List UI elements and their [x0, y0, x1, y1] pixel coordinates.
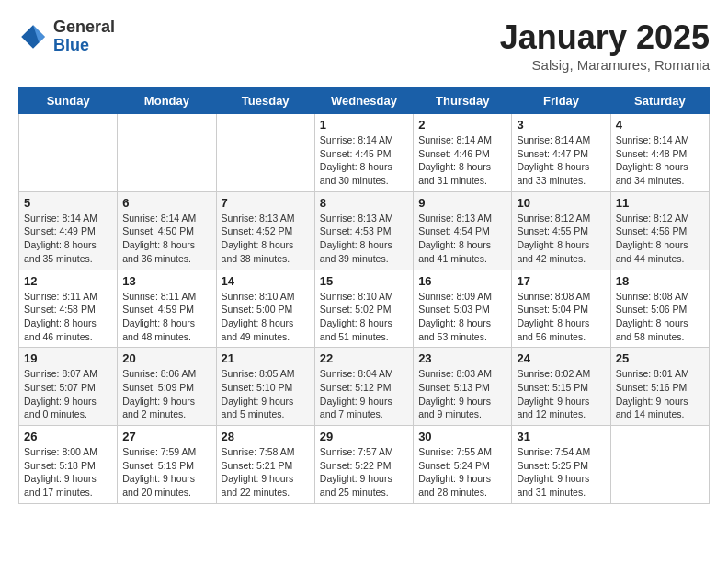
- table-row: [118, 114, 216, 192]
- table-row: 5Sunrise: 8:14 AM Sunset: 4:49 PM Daylig…: [19, 191, 118, 270]
- day-info: Sunrise: 8:14 AM Sunset: 4:47 PM Dayligh…: [517, 133, 605, 188]
- day-info: Sunrise: 8:12 AM Sunset: 4:56 PM Dayligh…: [616, 212, 704, 266]
- day-info: Sunrise: 8:14 AM Sunset: 4:45 PM Dayligh…: [320, 133, 408, 188]
- day-number: 25: [616, 351, 704, 365]
- logo: General Blue: [18, 18, 115, 55]
- day-info: Sunrise: 8:09 AM Sunset: 5:03 PM Dayligh…: [418, 290, 506, 344]
- day-number: 29: [320, 430, 408, 443]
- day-number: 20: [122, 351, 210, 365]
- day-number: 23: [418, 351, 506, 365]
- table-row: 24Sunrise: 8:02 AM Sunset: 5:15 PM Dayli…: [512, 348, 610, 426]
- table-row: 17Sunrise: 8:08 AM Sunset: 5:04 PM Dayli…: [512, 270, 610, 348]
- day-info: Sunrise: 8:08 AM Sunset: 5:06 PM Dayligh…: [616, 290, 704, 344]
- table-row: 30Sunrise: 7:55 AM Sunset: 5:24 PM Dayli…: [414, 426, 512, 504]
- page-header: General Blue January 2025 Salsig, Maramu…: [18, 18, 710, 73]
- table-row: 7Sunrise: 8:13 AM Sunset: 4:52 PM Daylig…: [216, 191, 314, 270]
- location-subtitle: Salsig, Maramures, Romania: [500, 57, 710, 73]
- day-info: Sunrise: 7:55 AM Sunset: 5:24 PM Dayligh…: [418, 445, 506, 500]
- day-number: 16: [418, 274, 506, 288]
- day-info: Sunrise: 8:12 AM Sunset: 4:55 PM Dayligh…: [517, 212, 605, 266]
- day-number: 3: [517, 118, 605, 132]
- day-info: Sunrise: 8:00 AM Sunset: 5:18 PM Dayligh…: [24, 445, 112, 500]
- day-number: 21: [222, 351, 310, 365]
- logo-blue-text: Blue: [53, 37, 115, 55]
- table-row: 18Sunrise: 8:08 AM Sunset: 5:06 PM Dayli…: [610, 270, 709, 348]
- table-row: [216, 114, 314, 192]
- month-title: January 2025: [500, 18, 710, 57]
- day-number: 19: [24, 351, 112, 365]
- day-number: 4: [616, 118, 704, 132]
- day-info: Sunrise: 8:01 AM Sunset: 5:16 PM Dayligh…: [616, 367, 704, 421]
- day-number: 5: [24, 196, 112, 210]
- day-info: Sunrise: 7:57 AM Sunset: 5:22 PM Dayligh…: [320, 445, 408, 500]
- col-thursday: Thursday: [414, 88, 512, 114]
- table-row: 6Sunrise: 8:14 AM Sunset: 4:50 PM Daylig…: [118, 191, 216, 270]
- day-info: Sunrise: 8:10 AM Sunset: 5:02 PM Dayligh…: [320, 290, 408, 344]
- table-row: 12Sunrise: 8:11 AM Sunset: 4:58 PM Dayli…: [19, 270, 118, 348]
- table-row: 29Sunrise: 7:57 AM Sunset: 5:22 PM Dayli…: [314, 426, 413, 504]
- day-info: Sunrise: 8:14 AM Sunset: 4:46 PM Dayligh…: [418, 133, 506, 188]
- day-number: 10: [517, 196, 605, 210]
- table-row: 22Sunrise: 8:04 AM Sunset: 5:12 PM Dayli…: [314, 348, 413, 426]
- day-info: Sunrise: 8:10 AM Sunset: 5:00 PM Dayligh…: [222, 290, 310, 344]
- day-number: 22: [320, 351, 408, 365]
- day-info: Sunrise: 8:13 AM Sunset: 4:53 PM Dayligh…: [320, 212, 408, 266]
- col-friday: Friday: [512, 88, 610, 114]
- day-info: Sunrise: 7:54 AM Sunset: 5:25 PM Dayligh…: [517, 445, 605, 500]
- col-sunday: Sunday: [19, 88, 118, 114]
- day-info: Sunrise: 8:05 AM Sunset: 5:10 PM Dayligh…: [222, 367, 310, 421]
- table-row: 11Sunrise: 8:12 AM Sunset: 4:56 PM Dayli…: [610, 191, 709, 270]
- day-info: Sunrise: 8:13 AM Sunset: 4:54 PM Dayligh…: [418, 212, 506, 266]
- table-row: [610, 426, 709, 504]
- col-monday: Monday: [118, 88, 216, 114]
- table-row: 23Sunrise: 8:03 AM Sunset: 5:13 PM Dayli…: [414, 348, 512, 426]
- day-info: Sunrise: 8:14 AM Sunset: 4:49 PM Dayligh…: [24, 212, 112, 266]
- calendar-week-row: 26Sunrise: 8:00 AM Sunset: 5:18 PM Dayli…: [19, 426, 710, 504]
- table-row: 8Sunrise: 8:13 AM Sunset: 4:53 PM Daylig…: [314, 191, 413, 270]
- day-number: 9: [418, 196, 506, 210]
- table-row: 19Sunrise: 8:07 AM Sunset: 5:07 PM Dayli…: [19, 348, 118, 426]
- table-row: 1Sunrise: 8:14 AM Sunset: 4:45 PM Daylig…: [314, 114, 413, 192]
- logo-general-text: General: [53, 18, 115, 37]
- table-row: 25Sunrise: 8:01 AM Sunset: 5:16 PM Dayli…: [610, 348, 709, 426]
- day-info: Sunrise: 8:06 AM Sunset: 5:09 PM Dayligh…: [122, 367, 210, 421]
- day-number: 2: [418, 118, 506, 132]
- calendar-week-row: 1Sunrise: 8:14 AM Sunset: 4:45 PM Daylig…: [19, 114, 710, 192]
- day-number: 6: [122, 196, 210, 210]
- day-info: Sunrise: 8:04 AM Sunset: 5:12 PM Dayligh…: [320, 367, 408, 421]
- day-number: 12: [24, 274, 112, 288]
- day-number: 24: [517, 351, 605, 365]
- day-number: 8: [320, 196, 408, 210]
- day-info: Sunrise: 8:14 AM Sunset: 4:50 PM Dayligh…: [122, 212, 210, 266]
- calendar-week-row: 19Sunrise: 8:07 AM Sunset: 5:07 PM Dayli…: [19, 348, 710, 426]
- day-info: Sunrise: 7:59 AM Sunset: 5:19 PM Dayligh…: [122, 445, 210, 500]
- day-info: Sunrise: 8:07 AM Sunset: 5:07 PM Dayligh…: [24, 367, 112, 421]
- day-number: 28: [222, 430, 310, 443]
- table-row: 15Sunrise: 8:10 AM Sunset: 5:02 PM Dayli…: [314, 270, 413, 348]
- table-row: 31Sunrise: 7:54 AM Sunset: 5:25 PM Dayli…: [512, 426, 610, 504]
- day-number: 17: [517, 274, 605, 288]
- day-number: 26: [24, 430, 112, 443]
- title-block: January 2025 Salsig, Maramures, Romania: [500, 18, 710, 73]
- day-number: 7: [222, 196, 310, 210]
- day-number: 15: [320, 274, 408, 288]
- day-number: 13: [122, 274, 210, 288]
- day-number: 31: [517, 430, 605, 443]
- day-number: 1: [320, 118, 408, 132]
- calendar-week-row: 12Sunrise: 8:11 AM Sunset: 4:58 PM Dayli…: [19, 270, 710, 348]
- calendar-header-row: Sunday Monday Tuesday Wednesday Thursday…: [19, 88, 710, 114]
- table-row: 21Sunrise: 8:05 AM Sunset: 5:10 PM Dayli…: [216, 348, 314, 426]
- col-tuesday: Tuesday: [216, 88, 314, 114]
- calendar-table: Sunday Monday Tuesday Wednesday Thursday…: [18, 87, 710, 504]
- day-number: 11: [616, 196, 704, 210]
- day-number: 14: [222, 274, 310, 288]
- table-row: 27Sunrise: 7:59 AM Sunset: 5:19 PM Dayli…: [118, 426, 216, 504]
- logo-icon: [18, 22, 48, 52]
- table-row: 16Sunrise: 8:09 AM Sunset: 5:03 PM Dayli…: [414, 270, 512, 348]
- table-row: 2Sunrise: 8:14 AM Sunset: 4:46 PM Daylig…: [414, 114, 512, 192]
- day-info: Sunrise: 8:08 AM Sunset: 5:04 PM Dayligh…: [517, 290, 605, 344]
- day-info: Sunrise: 8:03 AM Sunset: 5:13 PM Dayligh…: [418, 367, 506, 421]
- table-row: 13Sunrise: 8:11 AM Sunset: 4:59 PM Dayli…: [118, 270, 216, 348]
- day-number: 27: [122, 430, 210, 443]
- table-row: 28Sunrise: 7:58 AM Sunset: 5:21 PM Dayli…: [216, 426, 314, 504]
